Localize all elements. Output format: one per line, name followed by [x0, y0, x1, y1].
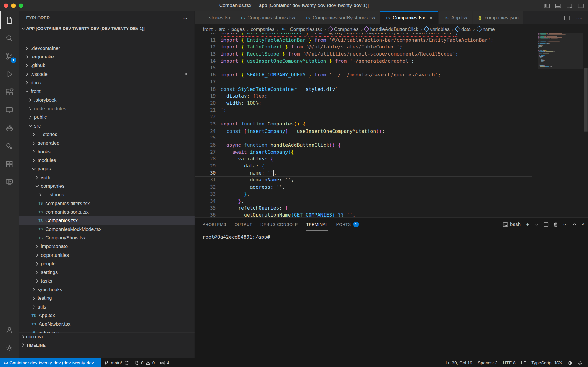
extensions-icon[interactable]: [0, 83, 19, 101]
broadcast-status[interactable]: 4: [157, 358, 172, 367]
breadcrumb-item-data[interactable]: data: [456, 26, 471, 32]
remote-indicator[interactable]: >< Container dev-twenty-dev (dev-twenty-…: [0, 358, 101, 367]
code-line-13[interactable]: 13import { RecoilScope } from '@/ui/util…: [195, 51, 532, 58]
tree-item-CompaniesMockMode.tsx[interactable]: TSCompaniesMockMode.tsx: [19, 225, 195, 233]
breadcrumb-item-front[interactable]: front: [203, 26, 213, 32]
tree-item-people[interactable]: people: [19, 259, 195, 268]
tree-item-front[interactable]: front: [19, 87, 195, 95]
tree-item-opportunities[interactable]: opportunities: [19, 251, 195, 259]
breadcrumb-item-name[interactable]: name: [477, 26, 495, 32]
shell-selector[interactable]: bash: [503, 222, 521, 227]
code-line-11[interactable]: 11import { EntityTableActionBar } from '…: [195, 37, 532, 44]
breadcrumb-item-handleAddButtonClick[interactable]: handleAddButtonClick: [365, 26, 418, 32]
code-line-30[interactable]: 30 name: '',: [195, 170, 532, 177]
code-line-31[interactable]: 31 domainName: '',: [195, 177, 532, 184]
code-line-19[interactable]: 19 display: flex;: [195, 93, 532, 100]
tree-item-utils[interactable]: utils: [19, 302, 195, 311]
run-debug-icon[interactable]: [0, 65, 19, 83]
chevron-down-icon[interactable]: [534, 222, 539, 227]
split-terminal-icon[interactable]: [544, 222, 549, 227]
breadcrumb-item-Companies[interactable]: Companies: [328, 26, 359, 32]
tree-item-__stories__[interactable]: __stories__: [19, 190, 195, 199]
tree-item-.devcontainer[interactable]: .devcontainer: [19, 44, 195, 52]
tree-item-companies-filters.tsx[interactable]: TScompanies-filters.tsx: [19, 199, 195, 207]
source-control-icon[interactable]: 1: [0, 47, 19, 65]
eol-status[interactable]: LF: [518, 358, 529, 367]
indentation-status[interactable]: Spaces: 2: [475, 358, 500, 367]
settings-gear-icon[interactable]: [0, 339, 19, 357]
close-icon[interactable]: ×: [428, 15, 434, 21]
problems-status[interactable]: 0 0: [132, 358, 157, 367]
panel-tab-debug-console[interactable]: DEBUG CONSOLE: [260, 218, 298, 231]
code-line-20[interactable]: 20 width: 100%;: [195, 100, 532, 107]
tree-item-docs[interactable]: docs: [19, 78, 195, 87]
tree-item-AppNavbar.tsx[interactable]: TSAppNavbar.tsx: [19, 320, 195, 328]
timeline-section-header[interactable]: TIMELINE: [19, 341, 195, 349]
breadcrumb-item-companies[interactable]: companies: [251, 26, 274, 32]
git-branch-status[interactable]: main*: [101, 358, 132, 367]
encoding-status[interactable]: UTF-8: [500, 358, 518, 367]
explorer-icon[interactable]: [0, 11, 19, 29]
docker-icon[interactable]: [0, 119, 19, 137]
outline-section-header[interactable]: OUTLINE: [19, 332, 195, 341]
code-line-22[interactable]: 22: [195, 114, 532, 121]
tree-item-sync-hooks[interactable]: sync-hooks: [19, 285, 195, 294]
github-actions-icon[interactable]: [0, 137, 19, 155]
code-line-21[interactable]: 21`;: [195, 107, 532, 114]
explorer-more-actions-icon[interactable]: ⋯: [182, 15, 188, 21]
tree-item-testing[interactable]: testing: [19, 294, 195, 302]
code-line-27[interactable]: 27 await insertCompany({: [195, 149, 532, 156]
customize-layout-icon[interactable]: [577, 2, 584, 9]
tree-item-index.css[interactable]: #index.css: [19, 328, 195, 333]
code-line-32[interactable]: 32 address: '',: [195, 184, 532, 191]
tab-Companies.sortBy.stories.tsx[interactable]: TSCompanies.sortBy.stories.tsx: [300, 11, 380, 24]
search-icon[interactable]: [0, 29, 19, 47]
tree-item-modules[interactable]: modules: [19, 156, 195, 165]
split-editor-icon[interactable]: [563, 14, 571, 22]
tab-App.tsx[interactable]: TSApp.tsx: [439, 11, 472, 24]
tree-item-public[interactable]: public: [19, 113, 195, 121]
code-line-33[interactable]: 33 },: [195, 191, 532, 198]
code-line-35[interactable]: 35 refetchQueries: [: [195, 205, 532, 212]
accounts-icon[interactable]: [0, 321, 19, 339]
tree-item-companies-sorts.tsx[interactable]: TScompanies-sorts.tsx: [19, 208, 195, 216]
workspace-section-header[interactable]: APP [CONTAINER DEV-TWENTY-DEV (DEV-TWENT…: [19, 24, 195, 33]
remote-explorer-icon[interactable]: [0, 101, 19, 119]
panel-tab-problems[interactable]: PROBLEMS: [203, 218, 226, 231]
editor-scrollbar[interactable]: [584, 68, 588, 132]
tree-item-.ergomake[interactable]: .ergomake: [19, 53, 195, 61]
toggle-secondary-sidebar-icon[interactable]: [565, 2, 573, 9]
more-actions-icon[interactable]: ⋯: [563, 222, 568, 227]
code-line-10[interactable]: 10import { WithTopBarContainer } from '@…: [195, 33, 532, 37]
maximize-panel-icon[interactable]: [572, 222, 577, 227]
tree-item-src[interactable]: src: [19, 121, 195, 130]
tree-item-.vscode[interactable]: .vscode: [19, 70, 195, 78]
cursor-position-status[interactable]: Ln 30, Col 19: [443, 358, 475, 367]
tab-Companies.tsx[interactable]: TSCompanies.tsx×: [380, 11, 439, 24]
kill-terminal-icon[interactable]: [553, 222, 559, 227]
tree-item-App.tsx[interactable]: TSApp.tsx: [19, 311, 195, 320]
tree-item-tasks[interactable]: tasks: [19, 276, 195, 285]
tree-item-impersonate[interactable]: impersonate: [19, 242, 195, 251]
tree-item-.storybook[interactable]: .storybook: [19, 95, 195, 104]
toggle-primary-sidebar-icon[interactable]: [543, 2, 551, 9]
breadcrumb-item-Companies.tsx[interactable]: TSCompanies.tsx: [280, 26, 322, 32]
notifications-bell-icon[interactable]: [575, 358, 585, 367]
panel-tab-output[interactable]: OUTPUT: [235, 218, 252, 231]
language-mode-status[interactable]: TypeScript JSX: [529, 358, 564, 367]
tab-Companies.stories.tsx[interactable]: TSCompanies.stories.tsx: [235, 11, 300, 24]
terminal-content[interactable]: root@0a42ecd84891:/app#: [203, 234, 584, 357]
tab-companies.json[interactable]: {}companies.json: [472, 11, 524, 24]
new-terminal-icon[interactable]: ＋: [525, 221, 530, 228]
live-preview-icon[interactable]: [0, 173, 19, 191]
panel-tab-ports[interactable]: PORTS1: [336, 218, 359, 231]
tree-item-__stories__[interactable]: __stories__: [19, 130, 195, 139]
tree-item-node_modules[interactable]: node_modules: [19, 104, 195, 113]
code-line-16[interactable]: 16import { SEARCH_COMPANY_QUERY } from '…: [195, 72, 532, 79]
tree-item-generated[interactable]: generated: [19, 139, 195, 147]
toggle-panel-icon[interactable]: [554, 2, 562, 9]
tree-item-auth[interactable]: auth: [19, 173, 195, 182]
panel-tab-terminal[interactable]: TERMINAL: [306, 218, 328, 231]
tree-item-Companies.tsx[interactable]: TSCompanies.tsx: [19, 216, 195, 225]
code-line-28[interactable]: 28 variables: {: [195, 156, 532, 163]
